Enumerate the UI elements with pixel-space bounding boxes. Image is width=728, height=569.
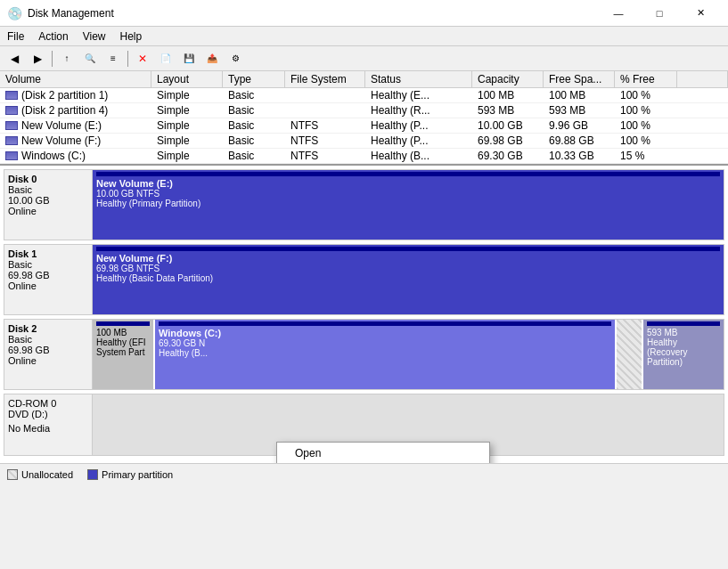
menu-action[interactable]: Action <box>31 28 75 45</box>
legend-unalloc-label: Unallocated <box>21 469 73 480</box>
menu-file[interactable]: File <box>0 28 31 45</box>
toolbar-save[interactable]: 💾 <box>178 49 200 69</box>
disk-2-partitions: 100 MB Healthy (EFI System Part Windows … <box>93 319 724 390</box>
disk-2-partition-recovery[interactable]: 593 MB Healthy (Recovery Partition) <box>643 320 724 389</box>
toolbar-export[interactable]: 📤 <box>201 49 223 69</box>
col-capacity: Capacity <box>472 71 544 87</box>
toolbar-up[interactable]: ↑ <box>56 49 78 69</box>
cell-volume-4: Windows (C:) <box>0 149 151 163</box>
disk-0-partitions: New Volume (E:) 10.00 GB NTFS Healthy (P… <box>93 169 724 240</box>
col-layout: Layout <box>151 71 223 87</box>
cell-volume-2: New Volume (E:) <box>0 118 151 133</box>
disk-0-row: Disk 0 Basic 10.00 GB Online New Volume … <box>4 169 724 240</box>
legend-bar: Unallocated Primary partition <box>0 463 728 484</box>
toolbar-settings[interactable]: ⚙ <box>225 49 246 69</box>
col-volume: Volume <box>0 71 151 87</box>
legend-primary: Primary partition <box>87 469 173 480</box>
disk-area: Disk 0 Basic 10.00 GB Online New Volume … <box>0 166 728 463</box>
context-menu: Open Explore Mark Partition as Active Ch… <box>276 442 490 463</box>
toolbar-delete[interactable]: ✕ <box>132 49 153 69</box>
col-extra <box>677 71 728 87</box>
legend-primary-label: Primary partition <box>102 469 173 480</box>
disk-2-partition-windows[interactable]: Windows (C:) 69.30 GB N Healthy (B... <box>155 320 617 389</box>
disk-0-partition-0[interactable]: New Volume (E:) 10.00 GB NTFS Healthy (P… <box>93 170 724 240</box>
table-header: Volume Layout Type File System Status Ca… <box>0 71 728 88</box>
app-icon: 💿 <box>7 6 22 20</box>
cdrom-0-info: CD-ROM 0 DVD (D:) No Media <box>4 394 93 456</box>
disk-1-info: Disk 1 Basic 69.98 GB Online <box>4 244 93 315</box>
toolbar-forward[interactable]: ▶ <box>27 49 48 69</box>
toolbar-views[interactable]: ≡ <box>102 49 124 69</box>
legend-unalloc: Unallocated <box>7 469 73 480</box>
col-status: Status <box>365 71 472 87</box>
legend-unalloc-box <box>7 469 18 480</box>
volume-table: Volume Layout Type File System Status Ca… <box>0 71 728 166</box>
toolbar-back[interactable]: ◀ <box>4 49 25 69</box>
col-filesystem: File System <box>285 71 365 87</box>
maximize-button[interactable]: □ <box>639 0 680 27</box>
disk-2-info: Disk 2 Basic 69.98 GB Online <box>4 319 93 390</box>
legend-primary-box <box>87 469 98 480</box>
table-row[interactable]: (Disk 2 partition 4) Simple Basic Health… <box>0 103 728 118</box>
table-row[interactable]: (Disk 2 partition 1) Simple Basic Health… <box>0 88 728 103</box>
col-pct: % Free <box>615 71 677 87</box>
table-row[interactable]: Windows (C:) Simple Basic NTFS Healthy (… <box>0 149 728 164</box>
cell-volume-0: (Disk 2 partition 1) <box>0 88 151 102</box>
minimize-button[interactable]: — <box>598 0 639 27</box>
menu-view[interactable]: View <box>76 28 113 45</box>
disk-0-info: Disk 0 Basic 10.00 GB Online <box>4 169 93 240</box>
disk-2-row: Disk 2 Basic 69.98 GB Online 100 MB Heal… <box>4 319 724 390</box>
toolbar: ◀ ▶ ↑ 🔍 ≡ ✕ 📄 💾 📤 ⚙ <box>0 46 728 71</box>
close-button[interactable]: ✕ <box>680 0 721 27</box>
window-controls: — □ ✕ <box>598 0 721 27</box>
title-text: Disk Management <box>28 7 114 20</box>
col-type: Type <box>223 71 285 87</box>
toolbar-search[interactable]: 🔍 <box>79 49 101 69</box>
disk-1-row: Disk 1 Basic 69.98 GB Online New Volume … <box>4 244 724 315</box>
cell-volume-3: New Volume (F:) <box>0 134 151 148</box>
menu-bar: File Action View Help <box>0 27 728 46</box>
menu-help[interactable]: Help <box>113 28 150 45</box>
col-free: Free Spa... <box>544 71 615 87</box>
table-row[interactable]: New Volume (E:) Simple Basic NTFS Health… <box>0 118 728 134</box>
table-row[interactable]: New Volume (F:) Simple Basic NTFS Health… <box>0 134 728 149</box>
ctx-open[interactable]: Open <box>277 443 489 463</box>
cell-volume-1: (Disk 2 partition 4) <box>0 103 151 118</box>
disk-1-partition-0[interactable]: New Volume (F:) 69.98 GB NTFS Healthy (B… <box>93 245 724 314</box>
disk-1-partitions: New Volume (F:) 69.98 GB NTFS Healthy (B… <box>93 244 724 315</box>
disk-2-partition-unalloc <box>617 320 643 389</box>
title-bar: 💿 Disk Management — □ ✕ <box>0 0 728 27</box>
disk-2-partition-efi[interactable]: 100 MB Healthy (EFI System Part <box>93 320 155 389</box>
toolbar-prop[interactable]: 📄 <box>155 49 176 69</box>
